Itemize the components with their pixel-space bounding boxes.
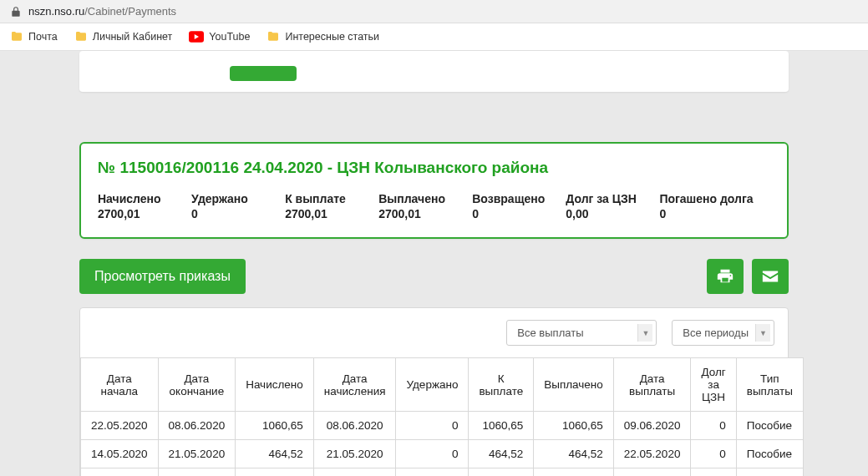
summary-card: № 1150016/200116 24.04.2020 - ЦЗН Колыва… [79, 142, 789, 239]
summary-label: Погашено долга [659, 192, 770, 205]
table-cell: 814,84 [469, 468, 534, 477]
table-cell: 0 [691, 412, 736, 440]
table-row: 22.05.202008.06.20201060,6508.06.2020010… [81, 412, 804, 440]
table-cell: 13.05.2020 [158, 468, 236, 477]
table-row: 14.05.202021.05.2020464,5221.05.20200464… [81, 440, 804, 468]
table-cell: 08.06.2020 [158, 412, 236, 440]
summary-label: Возвращено [472, 192, 557, 205]
table-cell: 22.05.2020 [613, 440, 691, 468]
summary-accrued: Начислено 2700,01 [98, 192, 183, 220]
table-cell: 09.06.2020 [613, 412, 691, 440]
page-background: № 1150016/200116 24.04.2020 - ЦЗН Колыва… [0, 51, 868, 476]
chevron-down-icon: ▼ [755, 324, 770, 342]
table-body: 22.05.202008.06.20201060,6508.06.2020010… [81, 412, 804, 477]
summary-paid: Выплачено 2700,01 [378, 192, 464, 220]
summary-label: Выплачено [378, 192, 464, 205]
table-cell: 13.05.2020 [313, 468, 396, 477]
email-button[interactable] [752, 259, 789, 294]
select-value: Все периоды [683, 327, 749, 339]
bookmark-label: Почта [28, 31, 58, 43]
payments-table-card: Все выплаты ▼ Все периоды ▼ Дата начала … [79, 307, 789, 476]
lock-icon [10, 6, 22, 18]
table-header-row: Дата начала Дата окончание Начислено Дат… [81, 358, 804, 412]
table-cell: Пособие [736, 468, 803, 477]
col-topay: К выплате [469, 358, 534, 412]
table-cell: 22.05.2020 [81, 412, 159, 440]
table-cell: 464,52 [534, 440, 614, 468]
bookmark-label: YouTube [209, 31, 250, 43]
table-row: 30.04.202013.05.2020814,8413.05.20200814… [81, 468, 804, 477]
top-card [79, 51, 789, 92]
print-button[interactable] [707, 259, 744, 294]
green-chip[interactable] [230, 66, 297, 81]
summary-returned: Возвращено 0 [472, 192, 557, 220]
table-cell: 464,52 [469, 440, 534, 468]
table-cell: Пособие [736, 440, 803, 468]
bookmark-articles[interactable]: Интересные статьи [266, 30, 379, 43]
filter-periods-select[interactable]: Все периоды ▼ [672, 320, 774, 346]
filter-payments-select[interactable]: Все выплаты ▼ [506, 320, 657, 346]
table-cell: 1060,65 [469, 412, 534, 440]
table-cell: 0 [396, 440, 469, 468]
table-cell: Пособие [736, 412, 803, 440]
col-end-date: Дата окончание [158, 358, 236, 412]
summary-label: Удержано [191, 192, 277, 205]
col-pay-date: Дата выплаты [613, 358, 691, 412]
folder-icon [74, 30, 88, 43]
print-icon [716, 267, 734, 286]
url-text[interactable]: nszn.nso.ru/Cabinet/Payments [28, 5, 176, 18]
summary-value: 2700,01 [378, 207, 464, 220]
folder-icon [266, 30, 280, 43]
col-withheld: Удержано [396, 358, 469, 412]
col-start-date: Дата начала [81, 358, 159, 412]
table-cell: 0 [396, 468, 469, 477]
summary-row: Начислено 2700,01 Удержано 0 К выплате 2… [98, 192, 770, 220]
table-cell: 0 [396, 412, 469, 440]
summary-debt-paid: Погашено долга 0 [659, 192, 770, 220]
table-cell: 30.04.2020 [81, 468, 159, 477]
summary-label: К выплате [285, 192, 370, 205]
summary-value: 0 [191, 207, 277, 220]
summary-title: № 1150016/200116 24.04.2020 - ЦЗН Колыва… [98, 159, 770, 177]
table-cell: 0 [691, 440, 736, 468]
bookmark-youtube[interactable]: YouTube [189, 31, 250, 43]
table-cell: 14.05.2020 [81, 440, 159, 468]
summary-label: Долг за ЦЗН [566, 192, 651, 205]
col-type: Тип выплаты [736, 358, 803, 412]
youtube-icon [189, 31, 204, 43]
col-paid: Выплачено [534, 358, 614, 412]
address-bar: nszn.nso.ru/Cabinet/Payments [0, 0, 868, 23]
summary-debt: Долг за ЦЗН 0,00 [566, 192, 651, 220]
bookmark-label: Личный Кабинет [93, 31, 173, 43]
table-filters: Все выплаты ▼ Все периоды ▼ [80, 308, 788, 357]
actions-row: Просмотреть приказы [79, 259, 789, 294]
bookmark-label: Интересные статьи [285, 31, 379, 43]
table-cell: 21.05.2020 [313, 440, 396, 468]
bookmark-mail[interactable]: Почта [10, 30, 58, 43]
table-cell: 814,84 [236, 468, 314, 477]
table-cell: 21.05.2020 [158, 440, 236, 468]
summary-value: 2700,01 [285, 207, 370, 220]
mail-icon [761, 267, 779, 286]
col-accrued: Начислено [236, 358, 314, 412]
summary-label: Начислено [98, 192, 183, 205]
summary-value: 0 [659, 207, 770, 220]
bookmark-cabinet[interactable]: Личный Кабинет [74, 30, 173, 43]
folder-icon [10, 30, 23, 43]
payments-table: Дата начала Дата окончание Начислено Дат… [80, 357, 804, 476]
summary-value: 2700,01 [98, 207, 183, 220]
summary-topay: К выплате 2700,01 [285, 192, 370, 220]
table-cell: 1060,65 [236, 412, 314, 440]
summary-value: 0 [472, 207, 557, 220]
table-cell: 15.05.2020 [613, 468, 691, 477]
col-accrual-date: Дата начисления [313, 358, 396, 412]
view-orders-button[interactable]: Просмотреть приказы [79, 259, 246, 294]
summary-value: 0,00 [566, 207, 651, 220]
select-value: Все выплаты [517, 327, 583, 339]
summary-withheld: Удержано 0 [191, 192, 277, 220]
table-cell: 0 [691, 468, 736, 477]
chevron-down-icon: ▼ [637, 324, 652, 342]
bookmarks-bar: Почта Личный Кабинет YouTube Интересные … [0, 23, 868, 51]
table-cell: 1060,65 [534, 412, 614, 440]
col-debt: Долг за ЦЗН [691, 358, 736, 412]
